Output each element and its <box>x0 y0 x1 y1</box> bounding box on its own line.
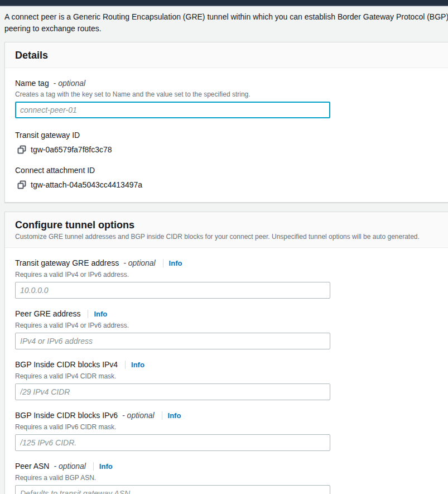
bgp-inside-cidr-ipv6-label: BGP Inside CIDR blocks IPv6 <box>15 411 118 420</box>
transit-gateway-id-field: Transit gateway ID tgw-0a6579fa7f8fc3c78 <box>15 130 446 154</box>
peer-asn-label: Peer ASN <box>15 462 49 471</box>
info-link[interactable]: Info <box>93 462 113 471</box>
tunnel-options-card-title: Configure tunnel options <box>15 219 446 231</box>
bgp-inside-cidr-ipv4-input[interactable] <box>15 383 330 400</box>
peer-asn-description: Requires a valid BGP ASN. <box>15 474 446 482</box>
transit-gateway-id-value-row: tgw-0a6579fa7f8fc3c78 <box>15 145 446 154</box>
transit-gateway-id-value: tgw-0a6579fa7f8fc3c78 <box>31 145 112 154</box>
bgp-inside-cidr-ipv4-label: BGP Inside CIDR blocks IPv4 <box>15 360 118 369</box>
bgp-inside-cidr-ipv6-input[interactable] <box>15 434 330 451</box>
connect-attachment-id-value-row: tgw-attach-04a5043cc4413497a <box>15 180 446 189</box>
intro-line-1: A connect peer is a Generic Routing Enca… <box>4 11 444 23</box>
transit-gateway-gre-address-label: Transit gateway GRE address <box>15 258 119 267</box>
details-card: Details Name tag - optional Creates a ta… <box>4 42 448 203</box>
tunnel-options-card-description: Customize GRE tunnel addresses and BGP i… <box>15 233 446 241</box>
info-link[interactable]: Info <box>125 361 144 369</box>
field-name-tag: Name tag - optional Creates a tag with t… <box>15 78 446 118</box>
name-tag-optional-suffix: - optional <box>54 79 86 88</box>
tunnel-options-card-content: Transit gateway GRE address - optional I… <box>5 248 448 494</box>
optional-suffix: - optional <box>123 258 156 267</box>
name-tag-description: Creates a tag with the key set to Name a… <box>15 90 446 98</box>
details-card-content: Name tag - optional Creates a tag with t… <box>5 68 448 202</box>
intro-line-2: peering to exchange routes. <box>4 23 444 35</box>
peer-gre-address-description: Requires a valid IPv4 or IPv6 address. <box>15 322 446 329</box>
field-peer-asn: Peer ASN - optional Info Requires a vali… <box>15 461 446 494</box>
bgp-inside-cidr-ipv4-description: Requires a valid IPv4 CIDR mask. <box>15 372 446 380</box>
peer-gre-address-input[interactable] <box>15 333 330 349</box>
peer-asn-input[interactable] <box>15 485 330 494</box>
name-tag-label: Name tag <box>15 79 49 88</box>
transit-gateway-id-label: Transit gateway ID <box>15 130 446 140</box>
peer-gre-address-label: Peer GRE address <box>15 309 81 318</box>
tunnel-options-card-header: Configure tunnel options Customize GRE t… <box>5 212 448 248</box>
info-link[interactable]: Info <box>88 310 107 318</box>
optional-suffix: - optional <box>54 462 86 471</box>
field-bgp-inside-cidr-ipv4: BGP Inside CIDR blocks IPv4 Info Require… <box>15 359 446 400</box>
connect-attachment-id-value: tgw-attach-04a5043cc4413497a <box>31 180 142 189</box>
copy-icon[interactable] <box>17 145 26 154</box>
tunnel-options-card: Configure tunnel options Customize GRE t… <box>4 212 448 494</box>
name-tag-label-row: Name tag - optional <box>15 78 446 88</box>
details-card-title: Details <box>15 49 446 61</box>
field-bgp-inside-cidr-ipv6: BGP Inside CIDR blocks IPv6 - optional I… <box>15 410 446 451</box>
transit-gateway-gre-address-input[interactable] <box>15 282 330 299</box>
bgp-inside-cidr-ipv6-description: Requires a valid IPv6 CIDR mask. <box>15 423 446 431</box>
field-transit-gateway-gre-address: Transit gateway GRE address - optional I… <box>15 258 446 299</box>
info-link[interactable]: Info <box>162 411 181 420</box>
top-navigation-bar <box>0 0 448 6</box>
connect-attachment-id-field: Connect attachment ID tgw-attach-04a5043… <box>15 165 446 189</box>
field-peer-gre-address: Peer GRE address Info Requires a valid I… <box>15 309 446 349</box>
transit-gateway-gre-address-description: Requires a valid IPv4 or IPv6 address. <box>15 271 446 279</box>
details-card-header: Details <box>5 42 448 68</box>
copy-icon[interactable] <box>17 180 26 189</box>
optional-suffix: - optional <box>122 411 155 420</box>
info-link[interactable]: Info <box>163 259 182 267</box>
name-tag-input[interactable] <box>15 102 330 118</box>
connect-attachment-id-label: Connect attachment ID <box>15 165 446 175</box>
page-intro: A connect peer is a Generic Routing Enca… <box>4 11 444 35</box>
